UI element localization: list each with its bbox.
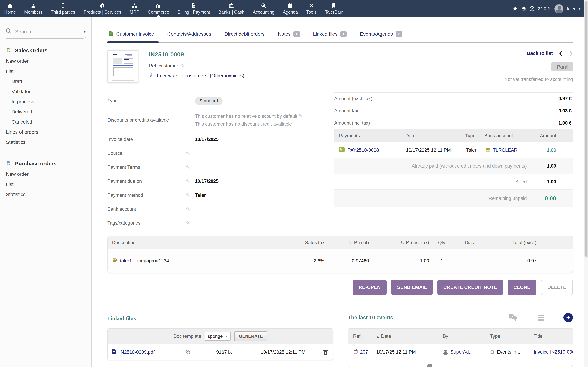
doc-template-select[interactable]: sponge ▾: [205, 332, 231, 341]
clone-button[interactable]: CLONE: [508, 280, 536, 295]
sidebar-item-po-statistics[interactable]: Statistics: [0, 189, 91, 200]
messages-icon[interactable]: [505, 314, 520, 321]
delete-button[interactable]: DELETE: [541, 280, 573, 295]
sidebar-item-canceled[interactable]: Canceled: [0, 117, 91, 127]
invoice-date-value: 10/17/2025: [195, 137, 219, 142]
file-name-link[interactable]: IN2510-0009.pdf: [119, 350, 155, 355]
sidebar-item-po-list[interactable]: List: [0, 179, 91, 189]
sidebar-item-lines-of-orders[interactable]: Lines of orders: [0, 127, 91, 137]
sidebar-item-draft[interactable]: Draft: [0, 76, 91, 86]
send-email-button[interactable]: SEND EMAIL: [391, 280, 433, 295]
sidebar-item-validated[interactable]: Validated: [0, 86, 91, 97]
add-event-button[interactable]: +: [563, 313, 573, 322]
bug-report-icon[interactable]: [513, 6, 518, 11]
user-menu[interactable]: taler: [567, 6, 576, 12]
edit-payment-method-icon[interactable]: ✎: [186, 192, 190, 198]
sidebar-item-delivered[interactable]: Delivered: [0, 107, 91, 117]
sales-orders-header[interactable]: Sales Orders: [0, 45, 91, 56]
nav-products-services[interactable]: Products | Services: [79, 0, 125, 17]
calendar-icon: [287, 3, 293, 8]
invoice-ref: IN2510-0009: [149, 51, 244, 58]
invoice-identity: IN2510-0009 Ref. customer ✎ : Taler walk…: [149, 50, 244, 89]
list-view-icon[interactable]: [533, 314, 548, 321]
tab-customer-invoice[interactable]: $ Customer invoice: [107, 26, 161, 42]
sidebar-item-list[interactable]: List: [0, 66, 91, 76]
amount-tax-value: 0.03 €: [558, 108, 573, 114]
other-invoices-link[interactable]: (Other invoices): [210, 73, 244, 78]
event-user-link[interactable]: SuperAd...: [450, 349, 473, 355]
nav-accounting[interactable]: $ Accounting: [249, 0, 279, 17]
nav-talerbarr[interactable]: TalerBarr: [321, 0, 347, 17]
tab-linked-files[interactable]: Linked files1: [306, 26, 353, 42]
amount-inc-tax-row: Amount (inc. tax) 1.00 €: [334, 117, 573, 129]
nav-tools[interactable]: Tools: [302, 0, 320, 17]
edit-bank-account-icon[interactable]: ✎: [186, 207, 190, 212]
scrollbar-thumb[interactable]: [585, 1, 588, 257]
bank-account-link[interactable]: TLRCLEAR: [493, 148, 518, 153]
tab-bar: $ Customer invoice Contacts/Addresses Di…: [107, 26, 573, 43]
detail-row-discounts: Discounts or credits available This cust…: [107, 108, 332, 132]
customer-line: Taler walk-in customers (Other invoices): [149, 72, 244, 79]
user-caret-icon[interactable]: ▾: [579, 7, 581, 11]
sidebar-item-new-order[interactable]: New order: [0, 56, 91, 66]
nav-agenda[interactable]: Agenda: [279, 0, 302, 17]
payment-ref-link[interactable]: PAY2510-0008: [347, 148, 379, 153]
billed-row: Billed 1.00: [334, 174, 573, 189]
sidebar-section-purchase-orders: Purchase orders New order List Statistic…: [0, 152, 91, 204]
nav-commerce[interactable]: Commerce: [144, 0, 173, 17]
nav-home[interactable]: Home: [0, 0, 20, 17]
action-buttons: RE-OPEN SEND EMAIL CREATE CREDIT NOTE CL…: [107, 280, 573, 295]
back-to-list-link[interactable]: Back to list: [527, 50, 553, 56]
product-link[interactable]: taler1: [120, 258, 132, 264]
invoice-dollar-icon: $: [191, 3, 197, 8]
edit-source-icon[interactable]: ✎: [186, 151, 190, 156]
event-title-link[interactable]: Invoice IN2510-0009 change: [534, 349, 573, 355]
help-icon[interactable]: ?: [529, 6, 535, 11]
tab-contacts-addresses[interactable]: Contacts/Addresses: [161, 26, 218, 42]
generate-button[interactable]: GENERATE: [234, 331, 268, 341]
search-options-caret-icon[interactable]: ▾: [84, 29, 87, 34]
select-caret-icon: ▾: [226, 334, 228, 338]
sort-asc-icon[interactable]: ▲: [376, 335, 379, 339]
customer-link[interactable]: Taler walk-in customers: [156, 73, 207, 78]
remaining-unpaid-row: Remaining unpaid 0.00: [334, 189, 573, 207]
nav-banks-cash[interactable]: Banks | Cash: [214, 0, 249, 17]
edit-ref-customer-icon[interactable]: ✎: [181, 63, 185, 69]
preview-zoom-icon[interactable]: [178, 349, 199, 355]
sidebar-item-po-new-order[interactable]: New order: [0, 169, 91, 179]
sidebar-item-statistics[interactable]: Statistics: [0, 137, 91, 147]
tab-direct-debit-orders[interactable]: Direct debit orders: [218, 26, 271, 42]
user-avatar[interactable]: [554, 4, 563, 13]
reopen-button[interactable]: RE-OPEN: [353, 280, 387, 295]
edit-payment-due-icon[interactable]: ✎: [186, 179, 190, 184]
sidebar-item-in-process[interactable]: In process: [0, 97, 91, 107]
line-qty: 1: [429, 258, 454, 264]
edit-discount-icon[interactable]: ✎: [299, 113, 303, 119]
nav-members[interactable]: Members: [20, 0, 47, 17]
create-credit-note-button[interactable]: CREATE CREDIT NOTE: [438, 280, 503, 295]
search-input[interactable]: [15, 29, 68, 35]
nav-third-parties[interactable]: Third parties: [47, 0, 79, 17]
delete-file-icon[interactable]: [306, 349, 333, 355]
invoice-pdf-thumbnail[interactable]: [107, 50, 138, 83]
detail-row-source: Source ✎: [107, 146, 332, 160]
briefcase-icon: [156, 3, 161, 8]
page-scrollbar: [584, 0, 588, 367]
doc-generation-row: Doc template sponge ▾ GENERATE: [108, 329, 333, 344]
purchase-doc-icon: [6, 160, 11, 167]
tab-events-agenda[interactable]: Events/Agenda2: [353, 26, 409, 42]
tab-notes[interactable]: Notes1: [271, 26, 306, 42]
print-icon[interactable]: [521, 6, 526, 11]
nav-billing-payment[interactable]: $ Billing | Payment: [173, 0, 214, 17]
payments-header-row: Payments Date Type Bank account Amount: [334, 129, 573, 142]
nav-mrp[interactable]: MRP: [125, 0, 144, 17]
svg-text:$: $: [193, 5, 195, 8]
edit-payment-terms-icon[interactable]: ✎: [186, 165, 190, 170]
home-icon: [7, 3, 13, 8]
events-header: The last 10 events +: [348, 313, 573, 322]
edit-tags-icon[interactable]: ✎: [186, 220, 190, 226]
previous-record-icon[interactable]: ❮: [559, 50, 563, 56]
event-ref-link[interactable]: 207: [360, 349, 368, 355]
next-record-icon: ❯: [569, 50, 573, 56]
purchase-orders-header[interactable]: Purchase orders: [0, 158, 91, 169]
